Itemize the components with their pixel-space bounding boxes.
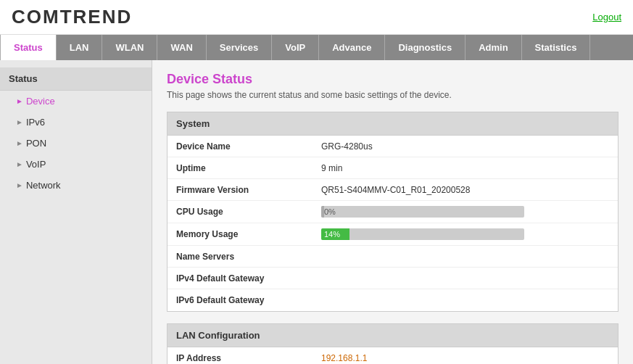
row-value-ip: 192.168.1.1 [313, 348, 376, 365]
page-title: Device Status [167, 72, 618, 87]
row-value: QR51-S404MMV-C01_R01_20200528 [313, 180, 479, 200]
table-row: Uptime 9 min [167, 157, 618, 179]
logout-link[interactable]: Logout [592, 12, 621, 22]
system-section-header: System [167, 112, 618, 136]
row-label: CPU Usage [167, 202, 313, 222]
row-label: IP Address [167, 348, 313, 365]
lan-section-header: LAN Configuration [167, 324, 618, 347]
sidebar-item-label: PON [26, 138, 46, 149]
sidebar-item-label: VoIP [26, 159, 46, 170]
row-label: Memory Usage [167, 224, 313, 244]
row-label: Uptime [167, 158, 313, 178]
table-row: Name Servers [167, 246, 618, 268]
nav-item-services[interactable]: Services [207, 35, 273, 60]
sidebar-item-pon[interactable]: ► PON [0, 133, 152, 154]
row-value [313, 252, 330, 262]
nav-item-lan[interactable]: LAN [57, 35, 103, 60]
sidebar-item-label: IPv6 [26, 117, 45, 128]
system-section: System Device Name GRG-4280us Uptime 9 m… [167, 112, 618, 312]
sidebar-item-label: Device [26, 96, 55, 107]
lan-section-body: IP Address 192.168.1.1 Subnet Mask 255.2… [167, 347, 618, 364]
sidebar-item-ipv6[interactable]: ► IPv6 [0, 112, 152, 133]
main-layout: Status ► Device ► IPv6 ► PON ► VoIP ► Ne… [0, 60, 633, 364]
sidebar-item-voip[interactable]: ► VoIP [0, 154, 152, 175]
nav-item-statistics[interactable]: Statistics [522, 35, 591, 60]
cpu-progress-bar: 0% [321, 206, 524, 218]
nav-item-admin[interactable]: Admin [466, 35, 521, 60]
memory-usage-value: 14% [313, 223, 533, 245]
arrow-icon: ► [16, 160, 23, 168]
nav-item-wan[interactable]: WAN [157, 35, 206, 60]
arrow-icon: ► [16, 139, 23, 147]
row-value: GRG-4280us [313, 136, 381, 157]
content-area: Device Status This page shows the curren… [152, 60, 633, 364]
logo: COMTREND [12, 6, 132, 28]
nav-item-advance[interactable]: Advance [319, 35, 385, 60]
arrow-icon: ► [16, 97, 23, 105]
sidebar: Status ► Device ► IPv6 ► PON ► VoIP ► Ne… [0, 60, 152, 364]
memory-percent-label: 14% [324, 230, 340, 239]
cpu-usage-value: 0% [313, 201, 533, 223]
nav-item-diagnostics[interactable]: Diagnostics [385, 35, 466, 60]
memory-progress-fill: 14% [321, 228, 349, 240]
row-label: IPv6 Default Gateway [167, 290, 313, 310]
arrow-icon: ► [16, 118, 23, 126]
sidebar-item-device[interactable]: ► Device [0, 91, 152, 112]
memory-progress-bar: 14% [321, 228, 524, 240]
system-section-body: Device Name GRG-4280us Uptime 9 min Firm… [167, 136, 618, 311]
page-description: This page shows the current status and s… [167, 90, 618, 100]
sidebar-title: Status [0, 67, 152, 91]
arrow-icon: ► [16, 181, 23, 189]
nav-item-wlan[interactable]: WLAN [102, 35, 157, 60]
row-label: Firmware Version [167, 180, 313, 200]
row-label: IPv4 Default Gateway [167, 268, 313, 289]
table-row: IP Address 192.168.1.1 [167, 347, 618, 364]
header: COMTREND Logout [0, 0, 633, 35]
table-row: IPv4 Default Gateway [167, 268, 618, 289]
cpu-progress-fill: 0% [321, 206, 324, 218]
table-row: Memory Usage 14% [167, 223, 618, 246]
table-row: IPv6 Default Gateway [167, 289, 618, 311]
sidebar-item-network[interactable]: ► Network [0, 175, 152, 196]
row-label: Device Name [167, 136, 313, 157]
nav-item-voip[interactable]: VoIP [272, 35, 319, 60]
table-row: CPU Usage 0% [167, 201, 618, 223]
nav: Status LAN WLAN WAN Services VoIP Advanc… [0, 35, 633, 60]
cpu-percent-label: 0% [324, 207, 336, 216]
table-row: Firmware Version QR51-S404MMV-C01_R01_20… [167, 179, 618, 201]
sidebar-item-label: Network [26, 180, 61, 191]
row-value [313, 295, 330, 305]
nav-item-status[interactable]: Status [0, 35, 57, 60]
row-value [313, 273, 330, 284]
table-row: Device Name GRG-4280us [167, 136, 618, 157]
lan-section: LAN Configuration IP Address 192.168.1.1… [167, 323, 618, 364]
row-label: Name Servers [167, 247, 313, 267]
row-value: 9 min [313, 158, 351, 178]
